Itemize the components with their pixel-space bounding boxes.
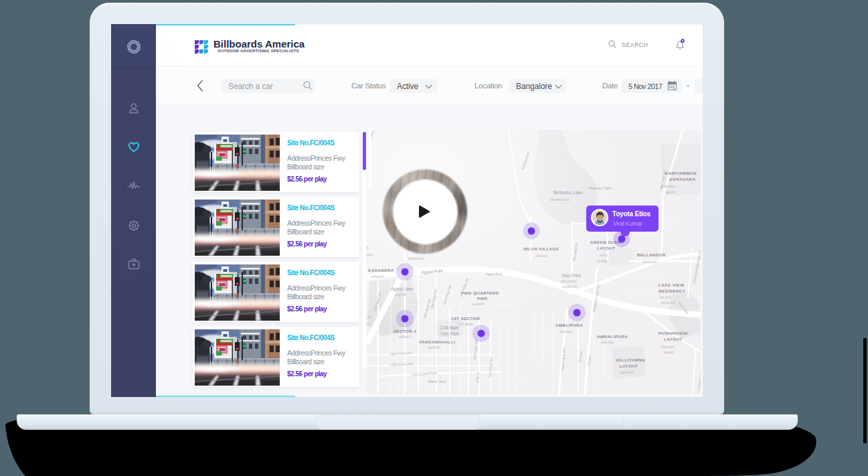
svg-text:22A Main: 22A Main: [440, 325, 459, 330]
svg-text:a,tvdFF: a,tvdFF: [472, 302, 485, 306]
svg-text:ddeJdjd: ddeJdjd: [559, 329, 572, 333]
svg-text:K: K: [367, 246, 369, 250]
svg-text:LAYOUT: LAYOUT: [597, 246, 616, 250]
svg-text:ALA: ALA: [367, 252, 373, 256]
svg-text:1ST SECTOR: 1ST SECTOR: [451, 316, 480, 321]
svg-text:KARIYAMMAN: KARIYAMMAN: [665, 171, 697, 175]
svg-text:ddcood: ddcood: [535, 254, 547, 258]
svg-text:RESIDENCY: RESIDENCY: [659, 289, 686, 293]
svg-text:ddfdd 4: ddfdd 4: [399, 335, 411, 339]
svg-text:Bellandur Lake: Bellandur Lake: [553, 190, 583, 195]
svg-text:dedgd: dedgd: [664, 350, 674, 354]
svg-text:3S: 3S: [367, 315, 371, 319]
svg-text:BELLANDUR: BELLANDUR: [637, 252, 666, 257]
svg-text:odd 68: odd 68: [395, 293, 406, 297]
svg-text:doddedd: doddedd: [620, 370, 634, 374]
svg-text:odfadod: odfadod: [371, 274, 383, 279]
svg-text:dmembd: dmembd: [661, 301, 675, 305]
svg-text:PWD: PWD: [477, 296, 488, 301]
svg-text:Tree Park: Tree Park: [440, 331, 460, 336]
svg-text:dyddd,dd: dyddd,dd: [562, 285, 577, 289]
svg-text:Agara Lake: Agara Lake: [391, 287, 414, 292]
svg-text:ddco: ddco: [600, 253, 608, 257]
svg-text:VANGANAHALLI: VANGANAHALLI: [419, 339, 455, 344]
svg-text:dcdbd: dcdbd: [597, 259, 607, 263]
svg-text:LAYOUT: LAYOUT: [620, 364, 638, 368]
svg-text:PWD QUARTERS: PWD QUARTERS: [461, 291, 499, 295]
svg-text:dd ded: dd ded: [660, 295, 671, 299]
svg-text:ddfddd: ddfddd: [428, 345, 440, 349]
svg-text:S: S: [367, 322, 369, 326]
svg-text:IBLUR VILLAGE: IBLUR VILLAGE: [523, 246, 559, 251]
svg-text:ddyddddd: ddyddddd: [561, 279, 577, 283]
svg-text:SECTOR 4: SECTOR 4: [394, 329, 417, 333]
svg-text:ddodedd dd: ddodedd dd: [550, 197, 569, 202]
svg-text:AMBALIPURA: AMBALIPURA: [597, 334, 628, 339]
svg-text:Agara Exit: Agara Exit: [486, 272, 502, 276]
svg-text:LAYOUT: LAYOUT: [664, 337, 683, 341]
svg-text:ddodedd: ddodedd: [642, 260, 657, 264]
svg-text:KASANDRA: KASANDRA: [368, 268, 394, 272]
svg-text:PUSHPAVENI: PUSHPAVENI: [659, 331, 688, 335]
svg-text:dgcdd: dgcdd: [665, 190, 675, 194]
svg-text:Iblur Park: Iblur Park: [562, 273, 582, 278]
svg-text:ddeJdjd: ddeJdjd: [601, 340, 614, 344]
svg-text:Water Tank: Water Tank: [428, 380, 446, 384]
svg-text:ddfddod,d: ddfddod,d: [408, 256, 424, 260]
svg-text:AMBLIPURA: AMBLIPURA: [555, 323, 583, 327]
svg-text:dded,dd: dded,dd: [661, 345, 674, 349]
svg-text:AGRAHARA: AGRAHARA: [669, 177, 696, 181]
svg-text:LAKE VIEW: LAKE VIEW: [659, 283, 684, 287]
svg-text:1ST aecd: 1ST aecd: [458, 322, 472, 326]
svg-text:VALLIYAMMA: VALLIYAMMA: [616, 358, 646, 362]
svg-text:Belandur Tank: Belandur Tank: [589, 186, 611, 190]
